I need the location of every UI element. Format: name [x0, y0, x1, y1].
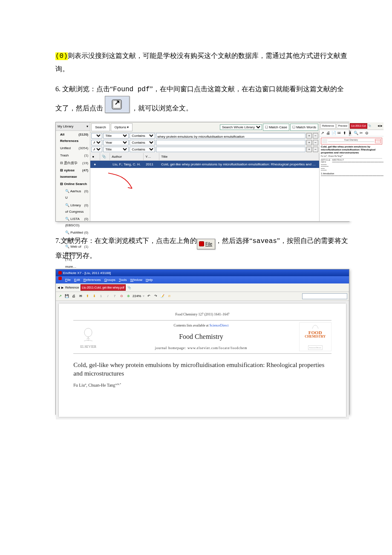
- field-select-3[interactable]: Title: [103, 147, 129, 152]
- preview-pane: Reference Preview Liu-2011-Col 📎 ◀ ▶ ↗ 🖨…: [320, 122, 383, 221]
- search-input-2[interactable]: [156, 140, 306, 145]
- down-icon[interactable]: ⬇: [348, 131, 352, 135]
- back-icon[interactable]: ◀: [58, 285, 60, 290]
- zoom-in-icon[interactable]: ⊕: [126, 294, 131, 299]
- sidebar-item-trash[interactable]: Trash(1): [56, 152, 90, 159]
- op-select-2[interactable]: Contains: [130, 140, 155, 145]
- remove-row-icon[interactable]: −: [313, 140, 318, 145]
- endnote-app-icon: [58, 277, 62, 280]
- next-icon[interactable]: ▶: [380, 124, 383, 128]
- sidebar-group-xylose[interactable]: ⊟ xylose isomerase(47): [56, 167, 90, 180]
- zoom-out-icon[interactable]: ⊖: [365, 131, 369, 135]
- highlight-icon[interactable]: ⎚: [167, 294, 172, 299]
- rotate-right-icon[interactable]: ↷: [153, 294, 158, 299]
- save-icon[interactable]: 💾: [64, 294, 69, 299]
- add-row-icon[interactable]: +: [306, 147, 312, 152]
- pdf-page: Food Chemistry 127 (2011) 1641–1647 ELSE…: [59, 304, 346, 417]
- zoom-level[interactable]: 224%: [133, 293, 141, 299]
- print-icon[interactable]: 🖨: [326, 131, 330, 135]
- pdf-search-input[interactable]: [302, 293, 347, 299]
- tab-reference[interactable]: Reference: [65, 285, 79, 290]
- prev-icon[interactable]: ◀: [378, 124, 380, 128]
- sidebar-item-unfiled[interactable]: Unfiled(3054): [56, 145, 90, 152]
- endnote-pdf-viewer-screenshot: EndNote X7 - [Liu, 2011 #3188] File Edit…: [55, 269, 349, 415]
- endnote-app-icon: [58, 271, 62, 275]
- search-scope-select[interactable]: Search Whole Library: [220, 124, 262, 130]
- selected-reference-row[interactable]: ● Liu, F.; Tang, C. H. 2011 Cold, gel-li…: [90, 161, 319, 168]
- menu-bar[interactable]: File Edit References Groups Tools Window…: [56, 276, 349, 283]
- tab-pdf[interactable]: Liu-2011-Col: [350, 123, 367, 129]
- elsevier-logo: ELSEVIER: [73, 324, 103, 350]
- sidebar-item-pubmed[interactable]: 🔍 PubMed (NLM)(0): [56, 229, 90, 243]
- bool-select-3[interactable]: And: [91, 147, 102, 152]
- prev-page-icon[interactable]: ⬆: [85, 294, 90, 299]
- library-pane-header[interactable]: My Library▾: [56, 122, 90, 131]
- red-swoosh-icon: [107, 171, 133, 193]
- remove-row-icon[interactable]: −: [313, 133, 318, 139]
- bool-select-2[interactable]: And: [91, 140, 102, 145]
- menu-help[interactable]: Help: [146, 277, 153, 283]
- field-select-1[interactable]: Title: [103, 133, 129, 139]
- menu-tools[interactable]: Tools: [119, 277, 127, 283]
- tab-reference[interactable]: Reference: [320, 123, 336, 129]
- reference-list-pane: Search Options ▾ Search Whole Library ☐ …: [90, 122, 320, 221]
- op-select-1[interactable]: Contains: [130, 133, 155, 139]
- search-input-1[interactable]: whey protein emulsions by microfluidisat…: [156, 133, 306, 139]
- paragraph-step-6: 6. 文献浏览：点击“Found pdf”，在中间窗口点击这篇文献，在右边窗口就…: [55, 83, 349, 115]
- endnote-library-screenshot: My Library▾ All References(3120) Unfiled…: [55, 122, 349, 222]
- email-icon[interactable]: ✉: [78, 294, 83, 299]
- pdf-toolbar: ↗ 💾 🖨 ✉ ⬆ ⬇ 1 / 7 ⊖ ⊕ 224% ▾ ↶ ↷ 📝 ⎚: [56, 292, 349, 301]
- sidebar-group-protein[interactable]: ⊟ 蛋白质学(19): [56, 159, 90, 167]
- page-num: 1: [98, 294, 104, 299]
- bool-select-1[interactable]: [91, 133, 102, 139]
- sidebar-item-lista[interactable]: 🔍 LISTA (EBSCO)(0): [56, 215, 90, 229]
- remove-row-icon[interactable]: −: [313, 147, 318, 152]
- rotate-left-icon[interactable]: ↶: [146, 294, 151, 299]
- column-headers[interactable]: ●📎 Author Y… Title: [90, 153, 319, 161]
- open-window-icon[interactable]: ↗: [58, 294, 63, 299]
- journal-name: Food Chemistry: [107, 330, 294, 343]
- pdf-preview: Food Chemistry FOOD Cold, gel-like whey …: [320, 136, 383, 221]
- find-icon[interactable]: 🔍: [354, 131, 358, 135]
- open-window-icon[interactable]: ↗: [320, 131, 325, 135]
- op-select-3[interactable]: Contains: [130, 147, 155, 152]
- tab-preview[interactable]: Preview: [337, 123, 349, 129]
- match-case-checkbox[interactable]: ☐ Match Case: [263, 124, 289, 131]
- add-row-icon[interactable]: +: [306, 133, 312, 139]
- sidebar-group-online-search[interactable]: ⊟ Online Search: [56, 180, 90, 188]
- search-row-3: And Title Contains +−: [90, 146, 319, 153]
- pdf-viewport[interactable]: Food Chemistry 127 (2011) 1641–1647 ELSE…: [56, 301, 349, 419]
- highlight-zero: (0): [55, 52, 68, 60]
- library-pane: My Library▾ All References(3120) Unfiled…: [56, 122, 90, 221]
- email-icon[interactable]: ✉: [337, 131, 341, 135]
- window-titlebar: EndNote X7 - [Liu, 2011 #3188]: [56, 269, 349, 276]
- print-icon[interactable]: 🖨: [71, 294, 76, 299]
- menu-window[interactable]: Window: [130, 277, 142, 283]
- highlight-icon[interactable]: ✂: [359, 131, 363, 135]
- add-row-icon[interactable]: +: [306, 140, 312, 145]
- sticky-note-icon[interactable]: 📝: [160, 294, 165, 299]
- up-icon[interactable]: ⬆: [343, 131, 347, 135]
- next-page-icon[interactable]: ⬇: [92, 294, 97, 299]
- menu-references[interactable]: References: [84, 277, 101, 283]
- forward-icon[interactable]: ▶: [61, 285, 63, 290]
- tab-bar: ◀ ▶ Reference Liu-2011-Cold, gel-like wh…: [56, 283, 349, 292]
- field-select-2[interactable]: Year: [103, 140, 129, 145]
- sidebar-item-wos[interactable]: 🔍 Web of Science (TS)(1): [56, 243, 90, 263]
- page-icon[interactable]: 📄: [331, 131, 336, 135]
- search-input-3[interactable]: [156, 147, 306, 152]
- tab-pdf[interactable]: Liu-2011-Cold, gel-like whey.pdf: [81, 284, 125, 291]
- zoom-out-icon[interactable]: ⊖: [119, 294, 124, 299]
- search-tab[interactable]: Search: [91, 123, 110, 131]
- menu-file[interactable]: File: [65, 277, 71, 283]
- sidebar-item-aarhus[interactable]: 🔍 Aarhus U(0): [56, 188, 90, 201]
- match-words-checkbox[interactable]: ☐ Match Words: [290, 124, 318, 131]
- journal-homepage: journal homepage: www.elsevier.com/locat…: [107, 345, 294, 351]
- menu-edit[interactable]: Edit: [74, 277, 80, 283]
- menu-groups[interactable]: Groups: [104, 277, 115, 283]
- options-button[interactable]: Options ▾: [111, 123, 133, 131]
- sidebar-item-loc[interactable]: 🔍 Library of Congress(0): [56, 202, 90, 215]
- journal-cover-thumb: FOOD CHEMISTRY ScienceDirect: [299, 322, 331, 351]
- sidebar-item-all-references[interactable]: All References(3120): [56, 131, 90, 145]
- attachment-icon: 📎: [127, 285, 131, 290]
